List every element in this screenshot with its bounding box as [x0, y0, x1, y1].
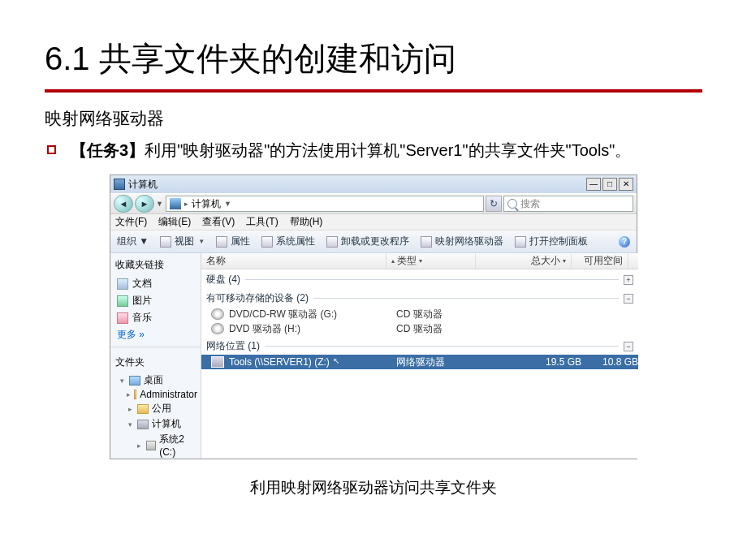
task-body: 利用"映射驱动器"的方法使用计算机"Server1"的共享文件夹"Tools"。 — [145, 141, 631, 159]
command-bar: 组织 ▼ 视图▼ 属性 系统属性 卸载或更改程序 映射网络驱动器 打开控制面板 … — [110, 230, 637, 253]
maximize-button[interactable]: □ — [602, 178, 617, 191]
explorer-window: 计算机 — □ ✕ ◄ ► ▼ ▸ 计算机 ▼ ↻ 搜索 文件(F) 编辑(E)… — [110, 174, 637, 459]
row-dvd-h[interactable]: DVD 驱动器 (H:) CD 驱动器 — [201, 321, 638, 336]
row-dvd-g[interactable]: DVD/CD-RW 驱动器 (G:) CD 驱动器 — [201, 307, 638, 321]
forward-button[interactable]: ► — [135, 195, 154, 213]
music-icon — [117, 312, 128, 324]
desktop-icon — [129, 376, 140, 386]
dropdown-icon[interactable]: ▾ — [419, 257, 422, 265]
column-header-row: 名称 ▴类型▾ 总大小▾ 可用空间 — [201, 253, 638, 269]
sidebar-item-music[interactable]: 音乐 — [110, 309, 201, 326]
group-netloc[interactable]: 网络位置 (1)− — [201, 336, 638, 355]
sysprops-icon — [261, 236, 273, 248]
tree-public[interactable]: ▸公用 — [110, 401, 201, 416]
breadcrumb-suffix-icon[interactable]: ▼ — [224, 200, 231, 208]
group-hdd[interactable]: 硬盘 (4)+ — [201, 269, 638, 288]
location-icon — [170, 198, 181, 209]
uninstall-icon — [326, 236, 338, 248]
dvd-drive-icon — [211, 323, 224, 334]
menu-view[interactable]: 查看(V) — [202, 215, 235, 229]
sidebar-item-pictures[interactable]: 图片 — [110, 292, 201, 309]
back-button[interactable]: ◄ — [114, 195, 133, 213]
collapse-icon[interactable]: + — [624, 275, 633, 285]
window-title: 计算机 — [128, 178, 158, 192]
expand-icon[interactable]: ▸ — [127, 390, 131, 398]
tree-computer[interactable]: ▾计算机 — [110, 416, 201, 432]
tree-admin[interactable]: ▸Administrator — [110, 388, 201, 401]
folder-icon — [134, 390, 136, 399]
column-free[interactable]: 可用空间 — [572, 254, 628, 268]
expand-icon[interactable]: ▾ — [119, 377, 126, 385]
computer-tree-icon — [137, 420, 149, 429]
sidebar-more-link[interactable]: 更多 » — [110, 326, 201, 343]
folders-title: 文件夹 — [110, 351, 201, 373]
nav-toolbar: ◄ ► ▼ ▸ 计算机 ▼ ↻ 搜索 — [110, 193, 637, 214]
documents-icon — [117, 278, 128, 290]
history-dropdown-icon[interactable]: ▼ — [156, 200, 164, 208]
tree-desktop[interactable]: ▾桌面 — [110, 373, 201, 388]
expand-icon[interactable]: ▸ — [127, 405, 134, 413]
expand-icon[interactable]: ▸ — [136, 442, 143, 450]
task-label: 【任务3】 — [71, 141, 145, 159]
organize-button[interactable]: 组织 ▼ — [117, 235, 149, 248]
folder-icon — [137, 404, 149, 414]
dvd-drive-icon — [211, 308, 224, 320]
task-text-block: 【任务3】利用"映射驱动器"的方法使用计算机"Server1"的共享文件夹"To… — [71, 138, 631, 163]
help-icon[interactable]: ? — [619, 236, 630, 248]
collapse-icon[interactable]: − — [624, 342, 633, 351]
file-list-pane: 名称 ▴类型▾ 总大小▾ 可用空间 硬盘 (4)+ 有可移动存储的设备 (2)−… — [201, 253, 638, 459]
tree-drive-c[interactable]: ▸系统2 (C:) — [110, 432, 201, 459]
refresh-button[interactable]: ↻ — [486, 196, 502, 212]
expand-icon[interactable]: ▾ — [127, 420, 134, 429]
properties-button[interactable]: 属性 — [216, 235, 250, 248]
menu-file[interactable]: 文件(F) — [115, 215, 147, 229]
network-drive-icon — [211, 356, 224, 368]
controlpanel-button[interactable]: 打开控制面板 — [515, 235, 588, 248]
chevron-right-icon: ▸ — [184, 200, 188, 208]
minimize-button[interactable]: — — [586, 178, 601, 191]
controlpanel-icon — [515, 236, 526, 248]
drive-icon — [146, 441, 156, 450]
column-type[interactable]: ▴类型▾ — [386, 254, 476, 268]
sidebar-item-documents[interactable]: 文档 — [110, 275, 201, 292]
nav-pane: 收藏夹链接 文档 图片 音乐 更多 » 文件夹 ▾桌面 ▸Administrat… — [110, 253, 201, 459]
slide-subtitle: 映射网络驱动器 — [0, 93, 747, 136]
pictures-icon — [117, 295, 128, 307]
address-bar[interactable]: ▸ 计算机 ▼ — [166, 196, 484, 212]
uninstall-button[interactable]: 卸载或更改程序 — [326, 235, 409, 248]
sidebar-separator — [110, 347, 201, 347]
search-input[interactable]: 搜索 — [503, 196, 633, 212]
mouse-cursor-icon: ↖ — [333, 356, 339, 365]
properties-icon — [216, 236, 227, 248]
close-button[interactable]: ✕ — [619, 178, 633, 191]
menu-edit[interactable]: 编辑(E) — [158, 215, 191, 229]
favorites-title: 收藏夹链接 — [110, 253, 201, 275]
screenshot-caption: 利用映射网络驱动器访问共享文件夹 — [0, 477, 747, 498]
row-tools-z[interactable]: Tools (\\SERVER1) (Z:)↖ 网络驱动器 19.5 GB 10… — [201, 355, 638, 369]
search-placeholder: 搜索 — [520, 197, 540, 211]
slide-title: 6.1 共享文件夹的创建和访问 — [0, 0, 747, 89]
bullet-marker-icon — [47, 145, 56, 154]
mapdrive-icon — [421, 236, 432, 248]
window-titlebar[interactable]: 计算机 — □ ✕ — [110, 175, 637, 193]
search-icon — [507, 199, 517, 209]
dropdown-icon[interactable]: ▾ — [563, 257, 566, 265]
menu-tools[interactable]: 工具(T) — [246, 215, 278, 229]
breadcrumb-segment[interactable]: 计算机 — [192, 197, 221, 211]
computer-icon — [114, 179, 125, 190]
views-icon — [160, 236, 171, 248]
column-name[interactable]: 名称 — [201, 254, 386, 268]
menu-help[interactable]: 帮助(H) — [290, 215, 323, 229]
mapdrive-button[interactable]: 映射网络驱动器 — [421, 235, 503, 248]
sort-asc-icon: ▴ — [391, 257, 395, 265]
collapse-icon[interactable]: − — [624, 294, 633, 304]
column-size[interactable]: 总大小▾ — [476, 254, 572, 268]
views-button[interactable]: 视图▼ — [160, 235, 205, 248]
menubar: 文件(F) 编辑(E) 查看(V) 工具(T) 帮助(H) — [110, 214, 637, 230]
group-removable[interactable]: 有可移动存储的设备 (2)− — [201, 288, 638, 307]
sysprops-button[interactable]: 系统属性 — [261, 235, 315, 248]
